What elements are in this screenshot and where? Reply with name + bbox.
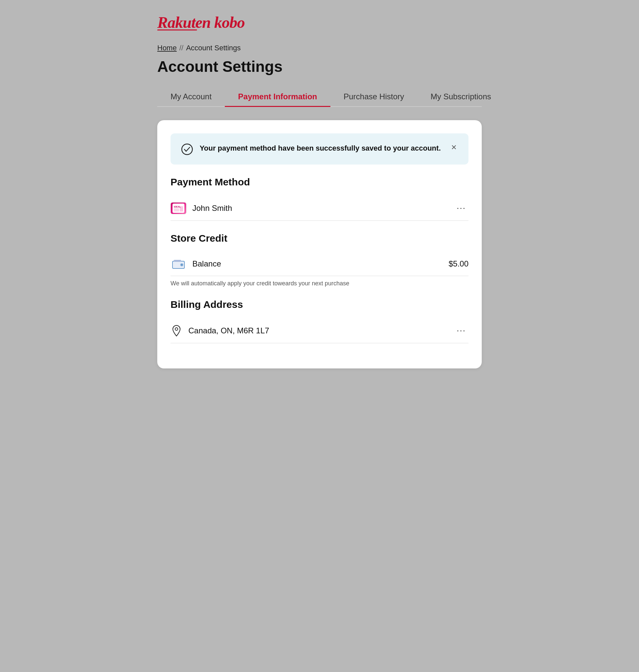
success-message-text: Your payment method have been successful…	[200, 143, 443, 154]
tab-purchase-history[interactable]: Purchase History	[330, 88, 418, 107]
balance-label: Balance	[192, 259, 443, 268]
billing-address-section: Billing Address Canada, ON, M6R 1L7 ···	[171, 299, 468, 343]
payment-holder-name: John Smith	[192, 204, 448, 213]
svg-rect-4	[180, 206, 183, 212]
store-credit-row: Balance $5.00	[171, 252, 468, 276]
content-card: Your payment method have been successful…	[157, 120, 482, 369]
logo-underline	[157, 30, 197, 30]
balance-amount: $5.00	[449, 259, 468, 268]
svg-point-0	[182, 144, 192, 155]
billing-address-text: Canada, ON, M6R 1L7	[188, 326, 448, 335]
billing-address-row: Canada, ON, M6R 1L7 ···	[171, 318, 468, 343]
tab-my-account[interactable]: My Account	[157, 88, 225, 107]
close-banner-button[interactable]: ×	[450, 143, 458, 152]
success-checkmark-icon	[181, 143, 193, 155]
store-credit-section: Store Credit Balance $5.00 We will autom…	[171, 233, 468, 287]
logo: Rakuten kobo	[157, 13, 482, 30]
tab-my-subscriptions[interactable]: My Subscriptions	[418, 88, 504, 107]
success-banner: Your payment method have been successful…	[171, 134, 468, 165]
logo-text[interactable]: Rakuten kobo	[157, 13, 482, 31]
store-credit-title: Store Credit	[171, 233, 468, 244]
breadcrumb: Home // Account Settings	[157, 44, 482, 52]
svg-rect-3	[174, 208, 179, 212]
billing-more-options-button[interactable]: ···	[454, 324, 468, 337]
svg-point-8	[181, 264, 183, 266]
breadcrumb-current: Account Settings	[186, 44, 241, 52]
payment-more-options-button[interactable]: ···	[454, 202, 468, 215]
payment-method-title: Payment Method	[171, 176, 468, 188]
location-pin-icon	[171, 325, 183, 337]
payment-method-section: Payment Method iDEAL John Smith ···	[171, 176, 468, 221]
page-title: Account Settings	[157, 58, 482, 76]
ideal-payment-icon: iDEAL	[171, 202, 186, 214]
svg-rect-6	[174, 260, 181, 262]
svg-point-9	[175, 328, 178, 330]
payment-method-row: iDEAL John Smith ···	[171, 196, 468, 221]
tabs-container: My Account Payment Information Purchase …	[157, 88, 482, 107]
breadcrumb-home-link[interactable]: Home	[157, 44, 177, 52]
billing-address-title: Billing Address	[171, 299, 468, 310]
wallet-icon	[171, 258, 186, 270]
credit-note: We will automatically apply your credit …	[171, 280, 468, 287]
tab-payment-information[interactable]: Payment Information	[225, 88, 330, 107]
breadcrumb-separator: //	[180, 44, 183, 52]
